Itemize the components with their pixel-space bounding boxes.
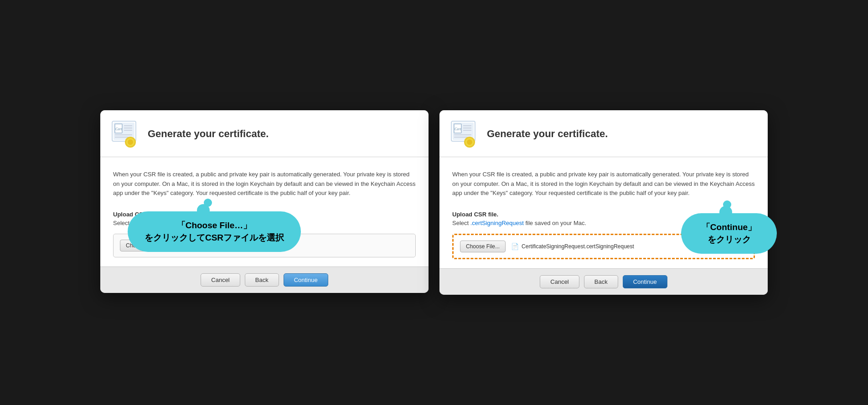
left-back-button[interactable]: Back bbox=[245, 273, 279, 287]
right-panel-wrapper: Cert Generate your certificate. When you… bbox=[439, 110, 768, 295]
screenshots-container: Cert Generate your certificate. When you… bbox=[100, 110, 768, 295]
left-dialog: Cert Generate your certificate. When you… bbox=[100, 110, 429, 293]
left-footer: Cancel Back Continue bbox=[100, 267, 429, 293]
right-footer: Cancel Back Continue bbox=[439, 268, 768, 295]
left-panel-wrapper: Cert Generate your certificate. When you… bbox=[100, 110, 429, 293]
right-continue-button[interactable]: Continue bbox=[623, 275, 667, 288]
right-callout-text: 「Continue」 をクリック bbox=[694, 221, 764, 246]
svg-text:Cert: Cert bbox=[115, 127, 122, 131]
right-header: Cert Generate your certificate. bbox=[439, 110, 768, 157]
left-header: Cert Generate your certificate. bbox=[100, 110, 429, 157]
right-callout-bubble: 「Continue」 をクリック bbox=[681, 213, 777, 254]
right-description: When your CSR file is created, a public … bbox=[452, 170, 755, 198]
svg-point-11 bbox=[128, 139, 133, 145]
left-title: Generate your certificate. bbox=[148, 128, 269, 140]
right-callout-container: 「Continue」 をクリック bbox=[681, 213, 777, 254]
file-doc-icon: 📄 bbox=[511, 243, 519, 250]
left-callout-text: 「Choose File…」 をクリックしてCSRファイルを選択 bbox=[140, 220, 288, 244]
svg-point-23 bbox=[467, 139, 472, 145]
left-callout-container: 「Choose File…」 をクリックしてCSRファイルを選択 bbox=[128, 211, 301, 252]
right-link: .certSigningRequest bbox=[470, 220, 524, 226]
left-callout-bubble: 「Choose File…」 をクリックしてCSRファイルを選択 bbox=[128, 211, 301, 252]
svg-text:Cert: Cert bbox=[455, 127, 461, 131]
right-dialog: Cert Generate your certificate. When you… bbox=[439, 110, 768, 295]
left-cancel-button[interactable]: Cancel bbox=[201, 273, 240, 287]
right-choose-file-button[interactable]: Choose File... bbox=[460, 241, 506, 252]
left-description: When your CSR file is created, a public … bbox=[113, 170, 416, 198]
right-certificate-icon: Cert bbox=[450, 119, 480, 149]
left-continue-button[interactable]: Continue bbox=[284, 273, 328, 287]
right-cancel-button[interactable]: Cancel bbox=[540, 275, 579, 288]
right-file-name: 📄 CertificateSigningRequest.certSigningR… bbox=[511, 243, 634, 250]
right-title: Generate your certificate. bbox=[487, 128, 608, 140]
certificate-icon: Cert bbox=[111, 119, 140, 149]
right-back-button[interactable]: Back bbox=[584, 275, 618, 288]
